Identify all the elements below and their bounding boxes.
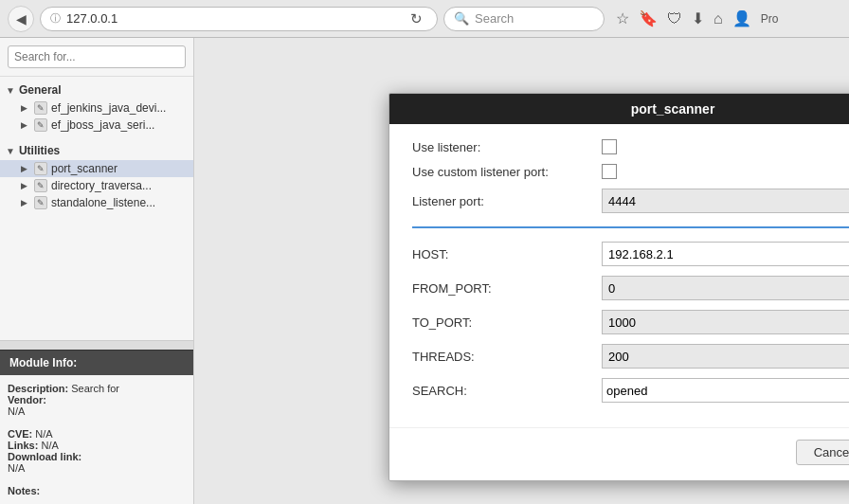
- to-port-label: TO_PORT:: [412, 315, 602, 330]
- to-port-row: TO_PORT: ▲ ▼: [412, 310, 849, 334]
- item-arrow-icon: ▶: [21, 103, 32, 113]
- star-icon[interactable]: ☆: [616, 9, 629, 27]
- list-item[interactable]: ▶ ✎ ef_jenkins_java_devi...: [0, 99, 193, 117]
- tree-content: ▼ General ▶ ✎ ef_jenkins_java_devi... ▶ …: [0, 38, 193, 340]
- module-info-panel: Module Info: Description: Search for Ven…: [0, 350, 193, 504]
- item-name: port_scanner: [51, 162, 117, 175]
- bookmark-icon[interactable]: 🔖: [639, 9, 658, 27]
- download-icon[interactable]: ⬇: [692, 9, 704, 27]
- item-arrow-icon: ▶: [21, 181, 32, 190]
- search-placeholder: Search: [475, 11, 514, 26]
- address-bar[interactable]: ⓘ 127.0.0.1 ↻: [40, 7, 438, 31]
- host-label: HOST:: [412, 247, 602, 261]
- vendor-value: N/A: [8, 405, 25, 417]
- notes-row: Notes:: [8, 485, 186, 496]
- listener-port-spinner: ▲ ▼: [602, 189, 849, 213]
- to-port-input[interactable]: [603, 311, 849, 333]
- list-item[interactable]: ▶ ✎ port_scanner: [0, 160, 193, 177]
- modal-title-bar: port_scanner: [389, 94, 849, 124]
- listener-port-row: Listener port: ▲ ▼: [412, 189, 849, 213]
- from-port-label: FROM_PORT:: [412, 281, 602, 296]
- content-area: ▼ General ▶ ✎ ef_jenkins_java_devi... ▶ …: [0, 38, 849, 504]
- cve-row: CVE: N/A: [8, 428, 186, 440]
- back-button[interactable]: ◀: [8, 6, 34, 32]
- threads-row: THREADS: ▲ ▼: [412, 344, 849, 369]
- back-icon: ◀: [16, 11, 27, 27]
- listener-port-label: Listener port:: [412, 194, 602, 208]
- shield-icon[interactable]: 🛡: [667, 10, 682, 27]
- from-port-input[interactable]: [603, 277, 849, 299]
- use-listener-label: Use listener:: [412, 140, 602, 154]
- utilities-section-header[interactable]: ▼ Utilities: [0, 141, 193, 160]
- host-row: HOST:: [412, 242, 849, 266]
- reload-button[interactable]: ↻: [405, 8, 427, 30]
- item-name: ef_jenkins_java_devi...: [51, 101, 166, 115]
- use-custom-listener-row: Use custom listener port:: [412, 164, 849, 179]
- item-arrow-icon: ▶: [21, 164, 32, 173]
- to-port-spinner: ▲ ▼: [602, 310, 849, 334]
- left-panel: ▼ General ▶ ✎ ef_jenkins_java_devi... ▶ …: [0, 38, 194, 504]
- browser-toolbar: ◀ ⓘ 127.0.0.1 ↻ 🔍 Search ☆ 🔖 🛡 ⬇ ⌂ 👤 Pro: [0, 0, 849, 38]
- edit-icon: ✎: [34, 101, 47, 115]
- download-label: Download link:: [8, 451, 81, 462]
- edit-icon: ✎: [34, 162, 47, 175]
- search-field-label: SEARCH:: [412, 384, 602, 398]
- threads-label: THREADS:: [412, 350, 602, 364]
- sidebar-search-input[interactable]: [8, 45, 186, 68]
- cancel-button[interactable]: Cancel: [796, 440, 849, 465]
- search-icon: 🔍: [454, 11, 469, 26]
- module-info-label: Module Info:: [9, 356, 77, 369]
- general-section: ▼ General ▶ ✎ ef_jenkins_java_devi... ▶ …: [0, 77, 193, 137]
- modal-footer: Cancel OK: [389, 427, 849, 480]
- modal-title: port_scanner: [631, 101, 715, 117]
- item-name: ef_jboss_java_seri...: [51, 118, 154, 132]
- from-port-spinner: ▲ ▼: [602, 276, 849, 300]
- profile-icon[interactable]: 👤: [732, 9, 751, 27]
- divider: [412, 226, 849, 228]
- edit-icon: ✎: [34, 118, 47, 132]
- modal-body: Use listener: Use custom listener port: …: [389, 124, 849, 427]
- search-wrap: [0, 38, 193, 77]
- download-row: Download link: N/A: [8, 451, 186, 474]
- home-icon[interactable]: ⌂: [714, 10, 723, 27]
- browser-search-bar[interactable]: 🔍 Search: [443, 7, 605, 31]
- item-arrow-icon: ▶: [21, 198, 32, 207]
- utilities-arrow-icon: ▼: [6, 146, 15, 156]
- listener-port-input[interactable]: [603, 189, 849, 212]
- use-listener-row: Use listener:: [412, 139, 849, 154]
- list-item[interactable]: ▶ ✎ standalone_listene...: [0, 194, 193, 211]
- threads-input[interactable]: [603, 345, 849, 368]
- download-value: N/A: [8, 462, 25, 474]
- host-input[interactable]: [602, 242, 849, 266]
- toolbar-icons: ☆ 🔖 🛡 ⬇ ⌂ 👤 Pro: [610, 9, 784, 27]
- list-item[interactable]: ▶ ✎ directory_traversa...: [0, 177, 193, 194]
- module-info-header: Module Info:: [0, 350, 193, 375]
- vendor-label: Vendor:: [8, 394, 46, 405]
- vendor-row: Vendor: N/A: [8, 394, 186, 417]
- list-item[interactable]: ▶ ✎ ef_jboss_java_seri...: [0, 117, 193, 134]
- search-select[interactable]: opened closed filtered: [602, 378, 849, 403]
- general-section-header[interactable]: ▼ General: [0, 81, 193, 99]
- cve-label: CVE:: [8, 428, 32, 440]
- utilities-section-label: Utilities: [19, 144, 60, 157]
- from-port-row: FROM_PORT: ▲ ▼: [412, 276, 849, 300]
- module-info-content: Description: Search for Vendor: N/A CVE:…: [0, 375, 193, 504]
- edit-icon: ✎: [34, 196, 47, 209]
- general-section-label: General: [19, 83, 62, 97]
- search-select-wrapper: opened closed filtered: [602, 378, 849, 403]
- threads-spinner: ▲ ▼: [602, 344, 849, 369]
- item-name: standalone_listene...: [51, 196, 155, 209]
- utilities-section: ▼ Utilities ▶ ✎ port_scanner ▶ ✎ directo…: [0, 137, 193, 215]
- links-value: N/A: [41, 440, 58, 451]
- item-arrow-icon: ▶: [21, 120, 32, 130]
- horizontal-scrollbar[interactable]: [0, 340, 193, 350]
- description-row: Description: Search for: [8, 383, 186, 394]
- search-row: SEARCH: opened closed filtered: [412, 378, 849, 403]
- use-listener-checkbox[interactable]: [602, 139, 617, 154]
- cve-value: N/A: [35, 428, 52, 440]
- use-custom-listener-checkbox[interactable]: [602, 164, 617, 179]
- edit-icon: ✎: [34, 179, 47, 192]
- links-row: Links: N/A: [8, 440, 186, 451]
- links-label: Links:: [8, 440, 38, 451]
- item-name: directory_traversa...: [51, 179, 152, 192]
